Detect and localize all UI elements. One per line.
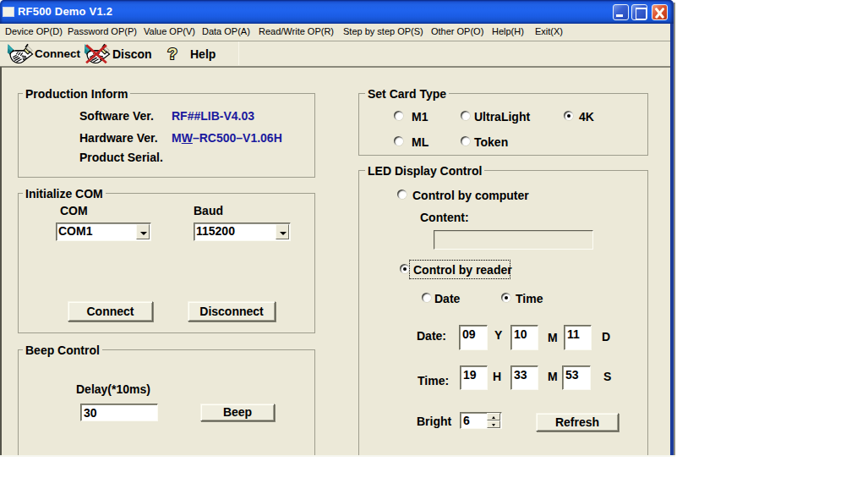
svg-text:?: ? xyxy=(167,45,177,63)
